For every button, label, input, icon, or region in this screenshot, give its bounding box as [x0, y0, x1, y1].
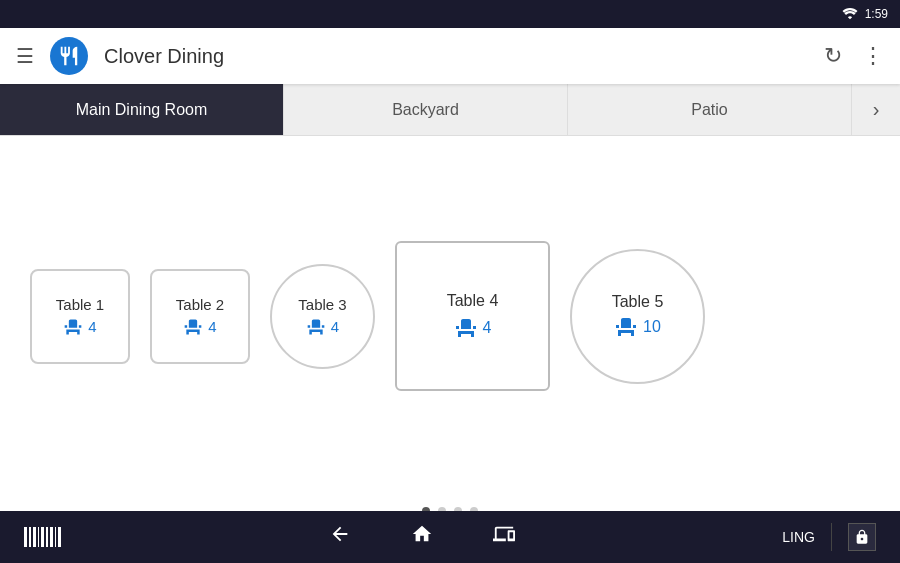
- barcode-icon: [24, 527, 61, 547]
- home-icon[interactable]: [411, 523, 433, 551]
- chair-icon: [614, 315, 638, 339]
- table-1-shape: Table 1 4: [30, 269, 130, 364]
- table-2-seats: 4: [183, 317, 216, 337]
- table-1-card[interactable]: Table 1 4: [30, 269, 130, 364]
- table-3-shape: Table 3 4: [270, 264, 375, 369]
- table-1-name: Table 1: [56, 296, 104, 313]
- table-2-shape: Table 2 4: [150, 269, 250, 364]
- main-content: Table 1 4 Table 2 4 Table 3: [0, 136, 900, 496]
- table-4-name: Table 4: [447, 292, 499, 310]
- table-4-seats: 4: [454, 316, 492, 340]
- back-icon[interactable]: [329, 523, 351, 551]
- table-2-card[interactable]: Table 2 4: [150, 269, 250, 364]
- more-icon[interactable]: ⋮: [862, 43, 884, 69]
- table-4-shape: Table 4 4: [395, 241, 550, 391]
- nav-center: [329, 523, 515, 551]
- tab-main-dining[interactable]: Main Dining Room: [0, 84, 284, 135]
- barcode-area: [24, 527, 61, 547]
- lock-icon[interactable]: [848, 523, 876, 551]
- table-3-card[interactable]: Table 3 4: [270, 264, 375, 369]
- table-4-card[interactable]: Table 4 4: [395, 241, 550, 391]
- tab-next-icon[interactable]: ›: [852, 84, 900, 135]
- table-5-name: Table 5: [612, 293, 664, 311]
- chair-icon: [183, 317, 203, 337]
- refresh-icon[interactable]: ↻: [824, 43, 842, 69]
- status-bar: 1:59: [0, 0, 900, 28]
- nav-divider: [831, 523, 832, 551]
- app-bar: ☰ Clover Dining ↻ ⋮: [0, 28, 900, 84]
- recent-apps-icon[interactable]: [493, 523, 515, 551]
- app-title: Clover Dining: [104, 45, 224, 68]
- chair-icon: [306, 317, 326, 337]
- table-5-shape: Table 5 10: [570, 249, 705, 384]
- table-5-seats: 10: [614, 315, 661, 339]
- table-3-name: Table 3: [298, 296, 346, 313]
- app-logo: [50, 37, 88, 75]
- user-label: LING: [782, 529, 815, 545]
- tab-patio[interactable]: Patio: [568, 84, 852, 135]
- tab-bar: Main Dining Room Backyard Patio ›: [0, 84, 900, 136]
- table-5-card[interactable]: Table 5 10: [570, 249, 705, 384]
- nav-right: LING: [782, 523, 876, 551]
- tab-backyard[interactable]: Backyard: [284, 84, 568, 135]
- table-3-seats: 4: [306, 317, 339, 337]
- table-2-name: Table 2: [176, 296, 224, 313]
- hamburger-icon[interactable]: ☰: [16, 44, 34, 68]
- table-1-seats: 4: [63, 317, 96, 337]
- wifi-icon: [841, 7, 859, 21]
- bottom-nav: LING: [0, 511, 900, 563]
- chair-icon: [63, 317, 83, 337]
- status-time: 1:59: [865, 7, 888, 21]
- chair-icon: [454, 316, 478, 340]
